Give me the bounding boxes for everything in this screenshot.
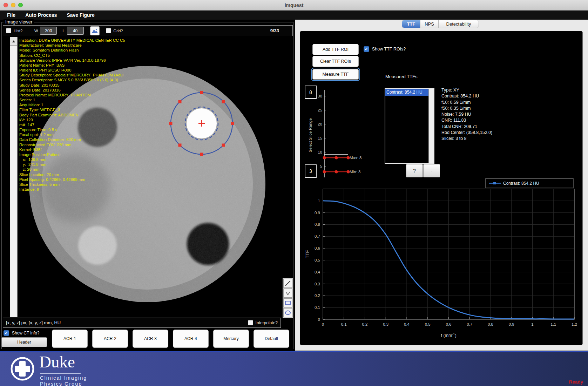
svg-text:Exposure Time: 0.5 s: Exposure Time: 0.5 s xyxy=(19,128,57,132)
menu-auto-process[interactable]: Auto Process xyxy=(20,12,62,18)
app-window: imquest File Auto Process Save Figure Im… xyxy=(0,0,588,386)
svg-text:0.7: 0.7 xyxy=(315,234,320,238)
plot-legend: Contrast: 854.2 HU xyxy=(486,178,573,188)
slice-min-slider[interactable]: Min: 3 xyxy=(323,170,361,174)
scroll-up-button[interactable] xyxy=(10,37,17,46)
svg-text:5: 5 xyxy=(320,164,322,168)
window-width-input[interactable] xyxy=(40,27,57,35)
pixel-status-bar: [x, y, z] px, [x, y, z] mm, HU Interpola… xyxy=(3,318,281,328)
hist-label: Hist? xyxy=(14,29,22,33)
stat-line: f50: 0.35 1/mm xyxy=(441,106,492,111)
svg-text:Study Description: Specials^ME: Study Description: Specials^MERCURY_PHAN… xyxy=(19,73,123,77)
measure-ttf-button[interactable]: Measure TTF xyxy=(312,69,359,80)
stat-line: Contrast: 854.2 HU xyxy=(441,93,492,99)
header-button[interactable]: Header xyxy=(1,337,47,347)
show-ct-info-control: ✓ Show CT info? xyxy=(4,330,40,336)
ttf-stats-readout: Type: XYContrast: 854.2 HUf10: 0.59 1/mm… xyxy=(441,87,492,142)
svg-text:Acquisition: 1: Acquisition: 1 xyxy=(19,103,43,107)
svg-text:mA: 147: mA: 147 xyxy=(19,123,34,127)
preset-button-default[interactable]: Default xyxy=(254,330,289,348)
svg-text:0.9: 0.9 xyxy=(509,322,514,326)
line-tool-button[interactable] xyxy=(283,279,292,288)
show-ttf-rois-checkbox[interactable]: ✓ xyxy=(364,46,369,52)
menu-save-figure[interactable]: Save Figure xyxy=(62,12,99,18)
grid-checkbox[interactable] xyxy=(106,28,111,33)
add-ttf-roi-button[interactable]: Add TTF ROI xyxy=(312,44,359,55)
svg-text:0.2: 0.2 xyxy=(362,322,368,326)
freehand-icon xyxy=(284,290,291,297)
svg-text:TTF: TTF xyxy=(305,250,310,258)
svg-text:25: 25 xyxy=(318,108,322,112)
vertical-scrollbar[interactable] xyxy=(10,37,18,317)
stat-line: Total CNR: 209.71 xyxy=(441,124,492,130)
svg-text:Focal spot: 1.2 mm: Focal spot: 1.2 mm xyxy=(19,133,54,137)
window-level-input[interactable] xyxy=(67,27,84,35)
line-icon xyxy=(284,280,291,287)
tab-detectability[interactable]: Detectability xyxy=(439,20,479,28)
svg-text:Manufacturer: Siemens Healthca: Manufacturer: Siemens Healthcare xyxy=(19,43,82,47)
freehand-tool-button[interactable] xyxy=(283,289,292,298)
svg-text:Model: Somatom Definition Flas: Model: Somatom Definition Flash xyxy=(19,48,79,52)
hist-checkbox[interactable] xyxy=(6,28,11,33)
interpolate-checkbox[interactable] xyxy=(248,320,253,325)
window-level-preset-button[interactable] xyxy=(90,26,100,35)
svg-text:10: 10 xyxy=(318,150,322,154)
svg-text:Instance: 9: Instance: 9 xyxy=(19,187,39,191)
image-viewer-toolbar: Hist? W L Grid? 9/33 xyxy=(3,25,293,36)
listbox-scrollbar[interactable] xyxy=(428,89,434,163)
svg-text:30: 30 xyxy=(318,94,322,98)
ct-image[interactable]: Institution: DUKE UNIVERSITY MEDICAL CEN… xyxy=(3,37,281,317)
ct-image-area[interactable]: Institution: DUKE UNIVERSITY MEDICAL CEN… xyxy=(3,37,281,317)
tab-nps[interactable]: NPS xyxy=(420,20,439,28)
show-ct-info-checkbox[interactable]: ✓ xyxy=(4,330,9,336)
image-viewer-title: Image viewer xyxy=(4,19,34,25)
svg-text:Station: CC_CT5: Station: CC_CT5 xyxy=(19,53,50,57)
preset-button-acr-3[interactable]: ACR-3 xyxy=(133,330,168,348)
svg-text:Software Version: IPIPE VA44 V: Software Version: IPIPE VA44 Ver. 14.0.0… xyxy=(19,58,106,62)
rect-roi-tool-button[interactable] xyxy=(283,298,292,307)
svg-text:Filter Type: WEDGE_3: Filter Type: WEDGE_3 xyxy=(19,108,60,112)
svg-text:Reconstructed FOV: 220 mm: Reconstructed FOV: 220 mm xyxy=(19,143,72,147)
slice-max-slider[interactable]: Max: 8 xyxy=(323,156,362,160)
duke-medicine-logo-icon xyxy=(8,354,37,384)
svg-text:20: 20 xyxy=(318,122,322,126)
measured-ttfs-listbox[interactable]: Contrast: 854.2 HU xyxy=(385,88,434,164)
svg-text:f (mm-1): f (mm-1) xyxy=(441,332,456,338)
svg-text:Series: 1: Series: 1 xyxy=(19,98,35,102)
show-ttf-rois-control: ✓ Show TTF ROIs? xyxy=(364,46,406,52)
show-ttf-rois-label: Show TTF ROIs? xyxy=(372,47,406,52)
ellipse-icon xyxy=(284,309,291,316)
ellipse-roi-tool-button[interactable] xyxy=(283,308,292,317)
svg-text:Slice Location: 20 mm: Slice Location: 20 mm xyxy=(19,172,59,177)
svg-text:0.3: 0.3 xyxy=(383,322,388,326)
draw-tools xyxy=(283,278,293,318)
measured-ttfs-label: Measured TTFs xyxy=(385,74,418,79)
duke-wordmark: Duke xyxy=(39,353,75,371)
preset-button-mercury[interactable]: Mercury xyxy=(213,330,249,348)
preset-button-acr-1[interactable]: ACR-1 xyxy=(52,330,88,348)
footer-subtitle-2: Physics Group xyxy=(40,381,82,386)
svg-text:Data Collection Diameter: 500: Data Collection Diameter: 500 mm xyxy=(19,137,81,142)
svg-text:Image Position Patient:: Image Position Patient: xyxy=(19,153,61,157)
stat-line: Rod Center: (358.8,152.0) xyxy=(441,130,492,136)
clear-ttf-rois-button[interactable]: Clear TTF ROIs xyxy=(312,56,359,67)
main-area: Image viewer Hist? W L Grid? 9/33 xyxy=(0,20,588,351)
stat-line: Noise: 7.59 HU xyxy=(441,111,492,117)
stat-line: CNR: 111.83 xyxy=(441,117,492,123)
svg-text:0.3: 0.3 xyxy=(315,282,320,286)
footer-subtitle-1: Clinical Imaging xyxy=(40,375,87,381)
svg-text:z: 20 mm: z: 20 mm xyxy=(23,167,39,171)
svg-text:kV: 120: kV: 120 xyxy=(19,118,33,122)
analysis-area: TTF NPS Detectability Add TTF ROI Clear … xyxy=(295,20,588,351)
measured-ttf-item[interactable]: Contrast: 854.2 HU xyxy=(385,89,428,96)
tab-ttf[interactable]: TTF xyxy=(402,20,420,28)
interpolate-label: Interpolate? xyxy=(256,320,278,325)
preset-button-acr-2[interactable]: ACR-2 xyxy=(92,330,128,348)
menu-file[interactable]: File xyxy=(2,12,20,18)
svg-text:Institution: DUKE UNIVERSITY M: Institution: DUKE UNIVERSITY MEDICAL CEN… xyxy=(19,38,125,42)
menubar: File Auto Process Save Figure xyxy=(0,11,588,20)
svg-text:Pixel Spacing: 0.42969, 0.4296: Pixel Spacing: 0.42969, 0.42969 mm xyxy=(19,177,85,182)
window-width-label: W xyxy=(34,29,38,33)
preset-button-acr-4[interactable]: ACR-4 xyxy=(173,330,209,348)
svg-text:Patient ID: PHYSICSCT4000: Patient ID: PHYSICSCT4000 xyxy=(19,68,71,72)
